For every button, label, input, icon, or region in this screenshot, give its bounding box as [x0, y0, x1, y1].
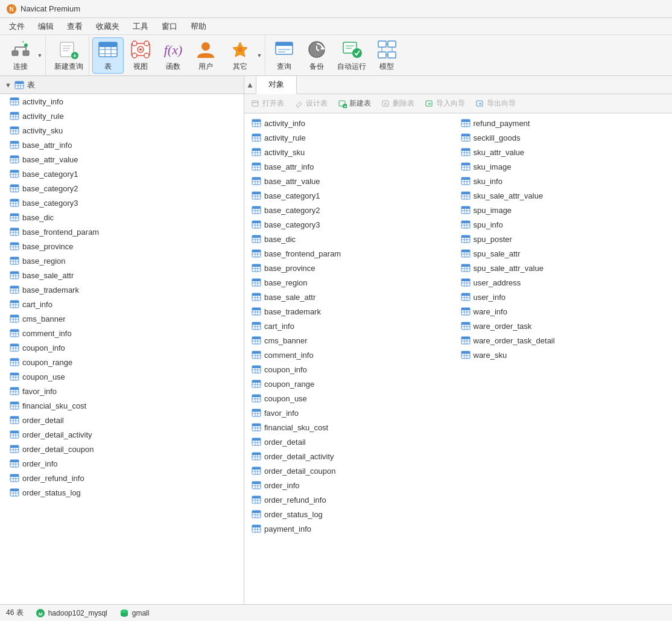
table-grid-item[interactable]: base_attr_info [249, 159, 458, 174]
query-button[interactable]: 查询 [268, 37, 300, 74]
table-grid-item[interactable]: base_sale_attr [249, 290, 458, 304]
menu-view[interactable]: 查看 [61, 19, 89, 34]
function-button[interactable]: f(x) 函数 [157, 37, 189, 74]
table-grid-item[interactable]: refund_payment [458, 116, 668, 130]
table-grid-item[interactable]: activity_sku [249, 145, 458, 159]
table-button[interactable]: 表 [92, 37, 124, 74]
table-list-item[interactable]: financial_sku_cost [0, 398, 244, 413]
table-grid-item[interactable]: cart_info [249, 319, 458, 333]
table-list-item[interactable]: base_province [0, 239, 244, 253]
table-list-item[interactable]: base_frontend_param [0, 225, 244, 239]
table-grid-item[interactable]: user_address [458, 275, 668, 290]
table-list-item[interactable]: base_region [0, 253, 244, 268]
table-grid-item[interactable]: ware_info [458, 304, 668, 319]
model-button[interactable]: 模型 [371, 37, 402, 74]
table-list-item[interactable]: base_category1 [0, 167, 244, 181]
table-grid-item[interactable]: ware_order_task [458, 319, 668, 333]
table-grid-item[interactable]: user_info [458, 290, 668, 304]
table-grid-item[interactable]: spu_sale_attr [458, 246, 668, 261]
table-grid-item[interactable]: sku_attr_value [458, 145, 668, 159]
table-grid-item[interactable]: order_detail_activity [249, 449, 458, 463]
table-list-item[interactable]: favor_info [0, 384, 244, 398]
table-grid-item[interactable]: order_info [249, 478, 458, 492]
table-list-item[interactable]: activity_info [0, 94, 244, 109]
open-table-button[interactable]: 打开表 [247, 97, 289, 110]
table-list-item[interactable]: base_attr_value [0, 152, 244, 167]
new-query-button[interactable]: + 新建查询 [51, 37, 87, 74]
connect-arrow[interactable]: ▼ [36, 43, 43, 68]
table-grid-item[interactable]: financial_sku_cost [249, 420, 458, 435]
table-list-item[interactable]: comment_info [0, 326, 244, 340]
table-grid-item[interactable]: base_attr_value [249, 174, 458, 188]
table-grid-item[interactable]: order_detail [249, 435, 458, 449]
menu-window[interactable]: 窗口 [156, 19, 183, 34]
table-grid-item[interactable]: base_trademark [249, 304, 458, 319]
table-grid-item[interactable]: favor_info [249, 406, 458, 420]
table-list-item[interactable]: base_category3 [0, 196, 244, 210]
menu-favorites[interactable]: 收藏夹 [90, 19, 125, 34]
view-button[interactable]: 视图 [125, 37, 156, 74]
table-grid-item[interactable]: order_status_log [249, 507, 458, 521]
delete-table-button[interactable]: 删除表 [377, 97, 419, 110]
connect-button[interactable]: + 连接 [5, 37, 36, 74]
table-grid-item[interactable]: base_dic [249, 232, 458, 246]
table-list-item[interactable]: activity_rule [0, 109, 244, 123]
menu-edit[interactable]: 编辑 [32, 19, 60, 34]
table-grid-item[interactable]: order_refund_info [249, 492, 458, 507]
new-table-button[interactable]: + 新建表 [334, 97, 376, 110]
collapse-button[interactable]: ▼ [5, 81, 11, 89]
table-grid-item[interactable]: activity_info [249, 116, 458, 130]
table-grid-item[interactable]: spu_info [458, 217, 668, 232]
table-list-item[interactable]: order_status_log [0, 485, 244, 500]
backup-button[interactable]: 备份 [301, 37, 332, 74]
table-list-item[interactable]: coupon_use [0, 369, 244, 384]
table-grid-item[interactable]: spu_poster [458, 232, 668, 246]
table-grid-item[interactable]: cms_banner [249, 333, 458, 348]
menu-file[interactable]: 文件 [3, 19, 31, 34]
table-grid-item[interactable]: seckill_goods [458, 130, 668, 145]
other-button[interactable]: 其它 [224, 37, 256, 74]
table-grid-item[interactable]: spu_image [458, 203, 668, 217]
expand-button[interactable]: ▲ [244, 76, 256, 94]
table-list-item[interactable]: order_info [0, 456, 244, 471]
table-list-item[interactable]: base_sale_attr [0, 268, 244, 282]
table-grid-item[interactable]: ware_order_task_detail [458, 333, 668, 348]
table-grid-item[interactable]: base_category3 [249, 217, 458, 232]
table-list-item[interactable]: order_detail [0, 413, 244, 427]
table-grid-item[interactable]: base_frontend_param [249, 246, 458, 261]
menu-tools[interactable]: 工具 [127, 19, 154, 34]
table-list-item[interactable]: base_category2 [0, 181, 244, 196]
other-arrow[interactable]: ▼ [256, 43, 263, 68]
table-grid-item[interactable]: base_region [249, 275, 458, 290]
table-list-item[interactable]: order_refund_info [0, 471, 244, 485]
import-wizard-button[interactable]: 导入向导 [420, 97, 470, 110]
table-grid-item[interactable]: ware_sku [458, 348, 668, 362]
table-grid-item[interactable]: base_category1 [249, 188, 458, 203]
autorun-button[interactable]: 自动运行 [334, 37, 370, 74]
table-list-item[interactable]: base_dic [0, 210, 244, 225]
table-grid-item[interactable]: activity_rule [249, 130, 458, 145]
table-list-item[interactable]: coupon_range [0, 355, 244, 369]
table-list-item[interactable]: base_attr_info [0, 138, 244, 152]
table-grid-item[interactable]: payment_info [249, 521, 458, 536]
user-button[interactable]: 用户 [190, 37, 221, 74]
table-list-item[interactable]: cart_info [0, 297, 244, 311]
table-grid-item[interactable]: sku_image [458, 159, 668, 174]
table-grid-item[interactable]: sku_info [458, 174, 668, 188]
table-grid-item[interactable]: coupon_use [249, 391, 458, 406]
table-grid-item[interactable]: base_category2 [249, 203, 458, 217]
table-list-item[interactable]: order_detail_activity [0, 427, 244, 442]
export-wizard-button[interactable]: 导出向导 [471, 97, 521, 110]
menu-help[interactable]: 帮助 [185, 19, 212, 34]
table-list-item[interactable]: base_trademark [0, 282, 244, 297]
table-list-item[interactable]: activity_sku [0, 123, 244, 138]
table-list-item[interactable]: order_detail_coupon [0, 442, 244, 456]
table-grid-item[interactable]: spu_sale_attr_value [458, 261, 668, 275]
objects-tab[interactable]: 对象 [256, 76, 297, 94]
table-grid-item[interactable]: order_detail_coupon [249, 463, 458, 478]
table-list-item[interactable]: coupon_info [0, 340, 244, 355]
table-grid-item[interactable]: coupon_info [249, 362, 458, 377]
table-grid-item[interactable]: base_province [249, 261, 458, 275]
table-list-item[interactable]: cms_banner [0, 311, 244, 326]
table-grid-item[interactable]: comment_info [249, 348, 458, 362]
